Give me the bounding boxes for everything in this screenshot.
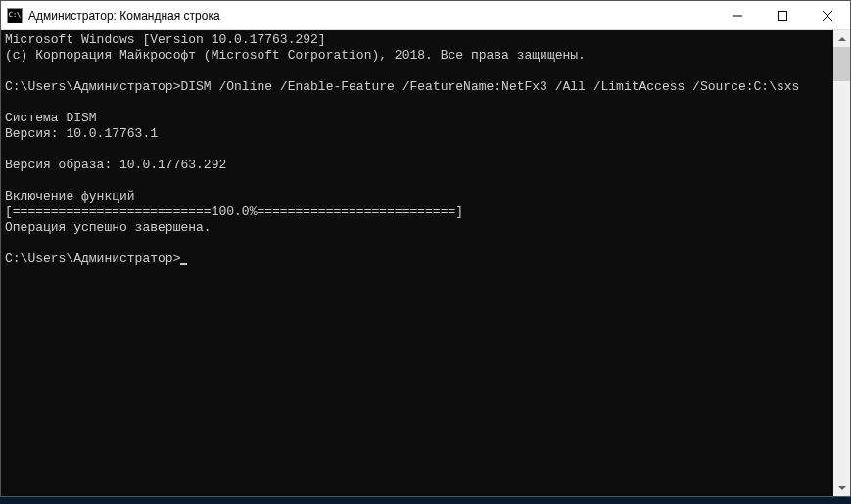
scroll-up-button[interactable] <box>833 30 850 47</box>
taskbar[interactable] <box>0 497 851 504</box>
terminal-line: Операция успешно завершена. <box>5 220 212 235</box>
vertical-scrollbar[interactable] <box>833 30 850 496</box>
terminal-line: Cистема DISM <box>5 111 97 125</box>
svg-marker-5 <box>838 486 846 490</box>
terminal-progress: [==========================100.0%=======… <box>5 205 463 219</box>
terminal-line: Версия образа: 10.0.17763.292 <box>5 158 226 172</box>
svg-rect-1 <box>779 11 787 20</box>
scrollbar-thumb[interactable] <box>833 47 850 81</box>
terminal-area: Microsoft Windows [Version 10.0.17763.29… <box>1 30 850 496</box>
terminal-line: (c) Корпорация Майкрософт (Microsoft Cor… <box>5 48 586 63</box>
scroll-down-button[interactable] <box>833 480 850 496</box>
titlebar[interactable]: C:\ Администратор: Командная строка <box>1 1 850 30</box>
terminal-line: Включение функций <box>5 189 135 204</box>
cmd-icon-text: C:\ <box>9 12 22 19</box>
terminal-output[interactable]: Microsoft Windows [Version 10.0.17763.29… <box>1 30 833 496</box>
terminal-prompt: C:\Users\Администратор> <box>5 79 180 94</box>
maximize-button[interactable] <box>760 1 805 29</box>
terminal-prompt: C:\Users\Администратор> <box>5 252 180 266</box>
command-prompt-window: C:\ Администратор: Командная строка Micr… <box>0 0 851 497</box>
window-title: Администратор: Командная строка <box>28 9 715 23</box>
terminal-line: Версия: 10.0.17763.1 <box>5 126 158 141</box>
svg-marker-4 <box>838 37 846 41</box>
scrollbar-track[interactable] <box>833 47 850 480</box>
terminal-line: Microsoft Windows [Version 10.0.17763.29… <box>5 32 326 47</box>
cursor-icon <box>180 263 187 265</box>
minimize-button[interactable] <box>715 1 760 29</box>
terminal-command: DISM /Online /Enable-Feature /FeatureNam… <box>180 79 799 94</box>
close-button[interactable] <box>805 1 850 29</box>
window-controls <box>715 1 850 29</box>
cmd-icon: C:\ <box>7 8 23 23</box>
